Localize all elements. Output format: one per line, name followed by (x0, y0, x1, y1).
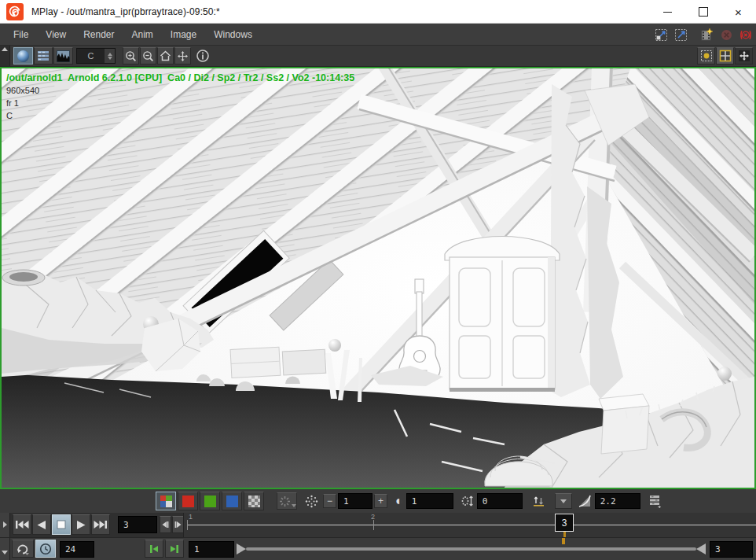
zoom-out-icon (142, 50, 154, 62)
fit-arrows-icon (177, 50, 189, 62)
image-view-toggle[interactable] (13, 47, 33, 64)
set-range-end-button[interactable] (165, 540, 184, 558)
fps-field[interactable]: 24 (60, 541, 94, 558)
view-toolbar: C (0, 46, 756, 67)
info-button[interactable] (196, 49, 210, 63)
pane-collapse-handle-bottom[interactable] (0, 538, 10, 560)
zoom-in-icon (125, 50, 137, 62)
brightness-field[interactable]: 1 (338, 493, 372, 509)
menu-item-windows[interactable]: Windows (205, 24, 261, 45)
adjust-menu-button[interactable] (555, 493, 572, 509)
gamma-field[interactable]: 2.2 (595, 493, 640, 509)
zoom-in-button[interactable] (123, 47, 139, 64)
dim-starburst-icon (279, 496, 291, 507)
quad-layout-button[interactable] (716, 47, 734, 64)
home-icon (160, 50, 171, 61)
range-end-field[interactable]: 3 (710, 541, 753, 558)
brightness-decrease-button[interactable]: − (323, 494, 336, 508)
timeline-rule (187, 525, 756, 525)
fit-view-button[interactable] (174, 47, 191, 64)
play-reverse-button[interactable] (32, 514, 51, 535)
stop-icon (57, 520, 66, 529)
title-bar: MPlay - /out/mantra_ipr(pbrraytrace)-09:… (0, 0, 756, 24)
clock-icon (39, 543, 52, 555)
dropdown-arrow-icon (292, 504, 296, 507)
render-image (2, 68, 754, 488)
menu-item-image[interactable]: Image (162, 24, 205, 45)
brightness-increase-button[interactable]: + (374, 494, 387, 508)
correction-menu-button[interactable] (648, 494, 662, 508)
pane-collapse-handle-top[interactable] (0, 46, 10, 66)
abort-render-icon[interactable] (739, 28, 753, 42)
range-bar: 24 1 3 (0, 537, 756, 560)
render-viewport[interactable]: /out/arnold1 Arnold 6.2.1.0 [CPU] Ca0 / … (0, 67, 756, 489)
sphere-icon (17, 50, 29, 62)
shrink-to-image-icon[interactable] (654, 28, 668, 42)
realtime-toggle-button[interactable] (35, 540, 56, 558)
auto-adjust-button[interactable] (532, 495, 545, 507)
timeline-tick-label-1: 1 (189, 513, 193, 521)
menu-arrow-icon (560, 499, 567, 503)
adjust-preset-button[interactable] (277, 492, 297, 510)
play-reverse-icon (36, 520, 47, 530)
play-forward-button[interactable] (72, 514, 90, 535)
step-back-button[interactable] (160, 516, 171, 533)
close-sequence-icon[interactable] (719, 28, 733, 42)
channel-dropdown[interactable]: C (76, 48, 116, 64)
range-slider-right-handle[interactable] (696, 543, 706, 554)
range-slider-left-handle[interactable] (237, 543, 246, 554)
menu-item-file[interactable]: File (0, 24, 37, 45)
first-frame-icon (15, 520, 29, 529)
last-frame-icon (94, 520, 108, 529)
maximize-button[interactable] (685, 0, 721, 24)
current-frame-field[interactable]: 3 (118, 516, 157, 533)
blue-swatch-icon (226, 496, 238, 507)
step-forward-button[interactable] (172, 516, 184, 533)
channel-blue-button[interactable] (222, 492, 242, 510)
range-slider[interactable] (246, 547, 696, 551)
menu-item-render[interactable]: Render (75, 24, 123, 45)
offset-icon (461, 495, 474, 507)
timeline[interactable]: 1 2 3 (183, 513, 756, 537)
channel-rgba-button[interactable] (156, 492, 176, 510)
alpha-swatch-icon (248, 496, 260, 507)
expand-to-image-icon[interactable] (673, 28, 688, 42)
channel-dropdown-value: C (77, 51, 105, 61)
menu-item-view[interactable]: View (37, 24, 75, 45)
green-swatch-icon (204, 496, 216, 507)
contrast-field[interactable]: 1 (406, 493, 453, 509)
range-start-field[interactable]: 1 (189, 541, 234, 558)
channel-red-button[interactable] (178, 492, 198, 510)
crop-region-button[interactable] (697, 47, 715, 64)
offset-field[interactable]: 0 (477, 493, 523, 509)
pan-view-button[interactable] (735, 47, 753, 64)
houdini-logo-icon (6, 3, 24, 20)
loop-mode-button[interactable] (12, 540, 34, 558)
channel-spinner[interactable] (105, 49, 115, 63)
red-swatch-icon (182, 496, 194, 507)
rgba-swatch-icon (160, 496, 172, 507)
display-correction-bar: − 1 + ◐ 1 0 2.2 (0, 489, 756, 513)
go-to-start-button[interactable] (13, 514, 31, 535)
list-view-toggle[interactable] (34, 47, 53, 64)
menu-item-anim[interactable]: Anim (123, 24, 162, 45)
histogram-view-toggle[interactable] (53, 47, 73, 64)
current-frame-indicator[interactable]: 3 (555, 514, 574, 532)
channel-green-button[interactable] (200, 492, 220, 510)
auto-adjust-icon (532, 495, 545, 507)
pane-collapse-handle-mid[interactable] (0, 513, 10, 537)
list-icon (37, 50, 50, 61)
minimize-button[interactable] (650, 0, 685, 24)
flipbook-icon[interactable] (699, 28, 714, 42)
playbar: 3 1 2 3 (0, 513, 756, 537)
timeline-tick-2 (373, 520, 374, 530)
channel-alpha-button[interactable] (244, 492, 264, 510)
close-button[interactable]: × (721, 0, 756, 24)
stop-button[interactable] (52, 514, 71, 535)
window-title: MPlay - /out/mantra_ipr(pbrraytrace)-09:… (31, 6, 220, 17)
home-view-button[interactable] (157, 47, 174, 64)
zoom-out-button[interactable] (140, 47, 156, 64)
set-range-start-button[interactable] (145, 540, 163, 558)
go-to-end-button[interactable] (91, 514, 110, 535)
range-start-icon (149, 544, 160, 554)
